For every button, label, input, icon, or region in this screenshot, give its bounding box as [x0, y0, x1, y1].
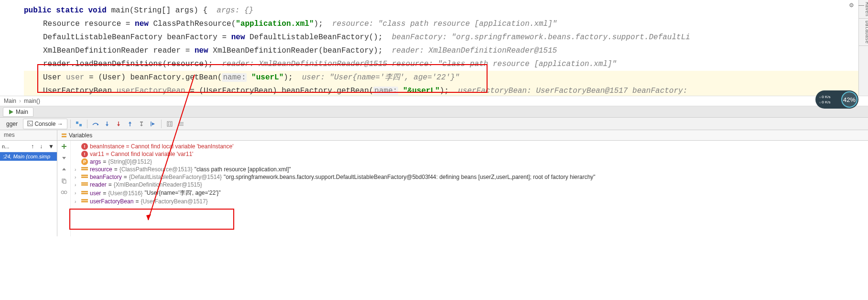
trace-button[interactable] [176, 119, 186, 129]
svg-marker-17 [152, 122, 155, 125]
svg-marker-15 [140, 125, 143, 126]
next-frame-icon[interactable]: ↓ [40, 143, 46, 150]
chevron-right-icon[interactable]: › [75, 167, 79, 172]
rate-up: 0 K/s [819, 95, 831, 100]
thread-selector[interactable]: n... [2, 144, 9, 149]
svg-marker-30 [62, 157, 66, 159]
step-over-button[interactable] [90, 119, 101, 129]
error-icon: ! [81, 143, 88, 150]
debug-panel-headers: mes Variables [0, 130, 868, 141]
code-line: reader.loadBeanDefinitions(resource); re… [24, 57, 862, 71]
breadcrumb: Main › main() 0 K/s 0 K/s 42% [0, 96, 868, 106]
debugger-tab[interactable]: gger [2, 119, 22, 129]
var-error[interactable]: !var11 = Cannot find local variable 'var… [73, 150, 866, 158]
code-line: public static void main(String[] args) {… [24, 4, 862, 17]
vars-icon [61, 133, 67, 138]
frames-toolbar: n... ↑ ↓ ▼ [0, 141, 57, 152]
frames-header: mes [0, 130, 57, 140]
svg-rect-13 [140, 122, 143, 122]
svg-marker-12 [129, 122, 131, 123]
svg-rect-5 [79, 124, 82, 126]
svg-rect-4 [76, 122, 78, 124]
chevron-right-icon[interactable]: › [75, 199, 79, 204]
svg-marker-2 [9, 110, 13, 114]
layout-settings-icon[interactable]: ⚙ [849, 2, 856, 9]
field-icon [81, 182, 88, 187]
console-tab[interactable]: Console → [23, 119, 67, 129]
error-icon: ! [81, 151, 88, 157]
var-beanfactory[interactable]: ›beanFactory = {DefaultListableBeanFacto… [73, 173, 866, 181]
evaluate-button[interactable] [164, 119, 175, 129]
step-into-button[interactable] [102, 119, 112, 129]
svg-rect-18 [167, 122, 172, 126]
gauge-pct: 42% [841, 91, 857, 108]
right-tool-strip: Maven Database [858, 0, 868, 96]
var-error[interactable]: !beanInstance = Cannot find local variab… [73, 143, 866, 150]
breadcrumb-item[interactable]: Main [4, 98, 16, 104]
toolbar-right: ⚙ — [849, 2, 865, 9]
rate-down: 0 K/s [819, 100, 831, 105]
debug-body: n... ↑ ↓ ▼ :24, Main (com.simp !beanInst… [0, 141, 868, 236]
svg-rect-21 [168, 124, 169, 125]
stack-frame[interactable]: :24, Main (com.simp [0, 152, 57, 161]
var-user[interactable]: ›user = {User@1516} "User{name='李四', age… [73, 189, 866, 198]
prev-frame-icon[interactable]: ↑ [31, 143, 38, 150]
breadcrumb-item[interactable]: main() [24, 98, 40, 104]
svg-rect-22 [170, 124, 171, 125]
watches-icon[interactable] [60, 189, 68, 196]
run-icon [8, 109, 14, 115]
variables-header: Variables [57, 130, 868, 140]
rerun-button[interactable] [74, 119, 84, 129]
svg-point-34 [61, 191, 64, 194]
svg-rect-19 [168, 122, 169, 123]
drop-frame-button[interactable] [136, 119, 147, 129]
code-editor[interactable]: public static void main(String[] args) {… [0, 0, 868, 96]
field-icon [81, 199, 88, 204]
console-icon [27, 121, 33, 126]
debug-toolbar: gger Console → ⚙ — [0, 118, 868, 130]
field-icon [81, 175, 88, 179]
field-icon [81, 167, 88, 172]
run-to-cursor-button[interactable] [148, 119, 158, 129]
run-config-tab[interactable]: Main [3, 107, 33, 117]
collapse-icon[interactable] [60, 154, 68, 162]
svg-marker-31 [62, 168, 66, 170]
svg-marker-10 [117, 124, 120, 126]
filter-icon[interactable]: ▼ [48, 143, 55, 150]
frames-panel[interactable]: n... ↑ ↓ ▼ :24, Main (com.simp [0, 141, 57, 236]
expand-icon[interactable] [60, 166, 68, 173]
database-toolwindow-button[interactable]: Database [859, 19, 868, 46]
chevron-right-icon[interactable]: › [75, 175, 79, 180]
svg-rect-26 [62, 133, 66, 135]
force-step-into-button[interactable] [113, 119, 124, 129]
svg-marker-8 [106, 124, 108, 126]
field-icon [81, 191, 88, 196]
svg-rect-20 [170, 122, 171, 123]
var-userfactorybean[interactable]: ›userFactoryBean = {UserFactoryBean@1517… [73, 198, 866, 205]
copy-icon[interactable] [60, 177, 68, 185]
var-reader[interactable]: ›reader = {XmlBeanDefinitionReader@1515} [73, 181, 866, 189]
minimize-icon[interactable]: — [858, 2, 865, 9]
code-line: XmlBeanDefinitionReader reader = new Xml… [24, 44, 862, 57]
var-args[interactable]: Pargs = {String[0]@1512} [73, 158, 866, 166]
variables-panel[interactable]: !beanInstance = Cannot find local variab… [71, 141, 868, 236]
chevron-right-icon: › [19, 98, 21, 104]
step-out-button[interactable] [125, 119, 135, 129]
code-line: Resource resource = new ClassPathResourc… [24, 17, 862, 31]
run-config-bar: Main [0, 106, 868, 118]
var-resource[interactable]: ›resource = {ClassPathResource@1513} "cl… [73, 166, 866, 173]
svg-rect-33 [63, 180, 66, 183]
svg-rect-3 [28, 121, 33, 126]
code-line: DefaultListableBeanFactory beanFactory =… [24, 31, 862, 44]
chevron-right-icon[interactable]: › [75, 190, 79, 196]
svg-rect-27 [62, 136, 66, 137]
svg-point-35 [64, 191, 67, 194]
vars-gutter [57, 141, 71, 236]
chevron-right-icon[interactable]: › [75, 182, 79, 188]
add-watch-button[interactable] [60, 143, 68, 150]
code-line: User user = (User) beanFactory.getBean(n… [24, 71, 862, 84]
param-icon: P [81, 158, 88, 165]
network-gauge[interactable]: 0 K/s 0 K/s 42% [815, 90, 858, 109]
